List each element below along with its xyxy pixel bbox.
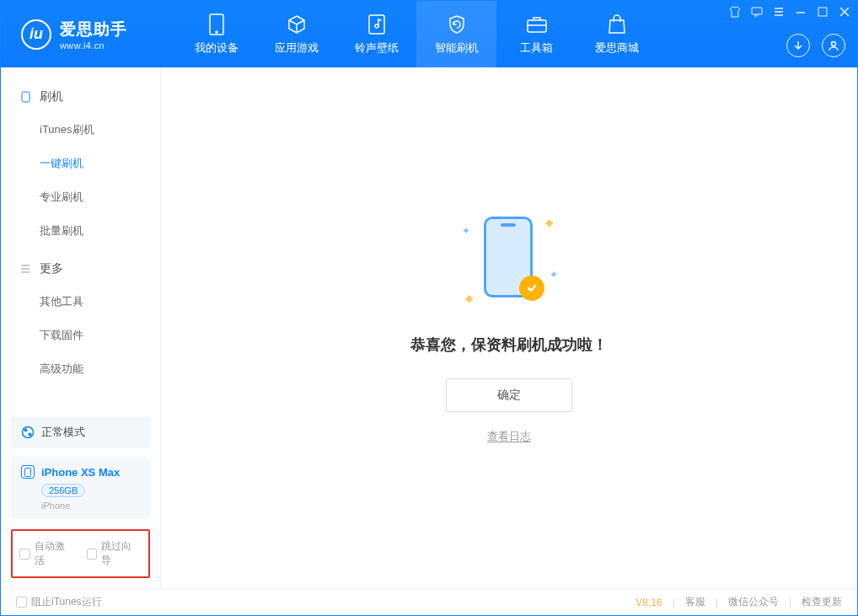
svg-rect-12 (25, 468, 31, 476)
logo-icon: iu (21, 19, 51, 50)
svg-point-3 (375, 24, 378, 28)
success-illustration: ✦◆◆✦ (458, 212, 560, 313)
main: ✦◆◆✦ 恭喜您，保资料刷机成功啦！ 确定 查看日志 (161, 67, 857, 588)
bag-icon (606, 13, 628, 35)
nav-ringtone[interactable]: 铃声壁纸 (336, 1, 416, 67)
sidebar-item-onekey-flash[interactable]: 一键刷机 (1, 147, 160, 180)
window-controls (727, 4, 852, 19)
device-type: iPhone (41, 501, 140, 511)
sidebar-item-other-tools[interactable]: 其他工具 (1, 285, 160, 319)
user-icon[interactable] (822, 34, 845, 57)
nav-label: 爱思商城 (595, 40, 639, 56)
download-icon[interactable] (786, 34, 810, 57)
sidebar-section-flash: 刷机 (1, 81, 160, 113)
svg-rect-6 (818, 8, 827, 16)
nav-device[interactable]: 我的设备 (176, 1, 256, 67)
nav-apps[interactable]: 应用游戏 (256, 1, 336, 67)
device-mode[interactable]: 正常模式 (11, 416, 150, 448)
app-title: 爱思助手 (60, 19, 127, 40)
header-right (786, 34, 845, 57)
support-link[interactable]: 客服 (685, 595, 705, 609)
device-card[interactable]: iPhone XS Max 256GB iPhone (11, 457, 150, 519)
body: 刷机 iTunes刷机 一键刷机 专业刷机 批量刷机 更多 其他工具 下载固件 … (1, 67, 857, 588)
checkmark-icon (519, 276, 544, 301)
svg-point-10 (24, 429, 28, 432)
svg-rect-5 (752, 8, 762, 14)
tshirt-icon[interactable] (727, 4, 743, 19)
view-log-link[interactable]: 查看日志 (487, 429, 531, 444)
toolbox-icon (526, 13, 548, 35)
nav-label: 智能刷机 (435, 40, 479, 56)
feedback-icon[interactable] (749, 4, 764, 19)
sidebar-item-download-fw[interactable]: 下载固件 (1, 319, 160, 352)
block-itunes-checkbox[interactable]: 阻止iTunes运行 (16, 595, 102, 609)
ok-button[interactable]: 确定 (446, 378, 572, 412)
nav-label: 应用游戏 (275, 40, 319, 56)
footer: 阻止iTunes运行 V8.16 | 客服 | 微信公众号 | 检查更新 (1, 588, 857, 615)
app-subtitle: www.i4.cn (60, 40, 127, 51)
sidebar-item-pro-flash[interactable]: 专业刷机 (1, 180, 160, 214)
menu-icon[interactable] (771, 4, 786, 19)
cube-icon (286, 13, 308, 35)
mode-icon (21, 426, 35, 439)
sidebar: 刷机 iTunes刷机 一键刷机 专业刷机 批量刷机 更多 其他工具 下载固件 … (1, 67, 161, 588)
phone-icon (206, 13, 228, 35)
skip-guide-checkbox[interactable]: 跳过向导 (87, 539, 142, 568)
sidebar-item-batch-flash[interactable]: 批量刷机 (1, 214, 160, 248)
svg-point-11 (29, 433, 32, 437)
svg-point-9 (23, 427, 34, 438)
logo: iu 爱思助手 www.i4.cn (1, 19, 176, 51)
check-update-link[interactable]: 检查更新 (802, 595, 842, 609)
svg-rect-8 (22, 92, 29, 102)
auto-activate-checkbox[interactable]: 自动激活 (19, 539, 75, 568)
version-label[interactable]: V8.16 (635, 597, 662, 608)
sidebar-item-itunes-flash[interactable]: iTunes刷机 (1, 113, 160, 147)
music-file-icon (366, 13, 388, 35)
nav-label: 工具箱 (520, 40, 553, 56)
svg-rect-4 (528, 20, 546, 32)
close-icon[interactable] (837, 4, 852, 19)
mode-label: 正常模式 (41, 425, 85, 440)
device-phone-icon (21, 465, 35, 479)
device-name: iPhone XS Max (41, 466, 120, 479)
nav-tools[interactable]: 工具箱 (496, 1, 576, 67)
sidebar-section-more: 更多 (1, 253, 160, 285)
sidebar-item-advanced[interactable]: 高级功能 (1, 352, 160, 386)
phone-small-icon (19, 91, 31, 103)
nav-store[interactable]: 爱思商城 (576, 1, 657, 67)
svg-point-1 (216, 31, 217, 33)
refresh-shield-icon (446, 13, 468, 35)
header: iu 爱思助手 www.i4.cn 我的设备 应用游戏 铃声壁纸 智能刷机 (1, 1, 857, 67)
wechat-link[interactable]: 微信公众号 (728, 595, 779, 609)
device-capacity: 256GB (41, 484, 85, 497)
list-small-icon (19, 263, 31, 275)
nav-flash[interactable]: 智能刷机 (416, 1, 496, 67)
nav-label: 铃声壁纸 (355, 40, 399, 56)
success-message: 恭喜您，保资料刷机成功啦！ (410, 335, 608, 355)
minimize-icon[interactable] (793, 4, 808, 19)
maximize-icon[interactable] (815, 4, 830, 19)
highlighted-options: 自动激活 跳过向导 (11, 529, 150, 578)
app-window: iu 爱思助手 www.i4.cn 我的设备 应用游戏 铃声壁纸 智能刷机 (0, 0, 858, 616)
nav-label: 我的设备 (195, 40, 239, 56)
svg-point-7 (832, 42, 836, 46)
nav: 我的设备 应用游戏 铃声壁纸 智能刷机 工具箱 爱思商城 (176, 1, 657, 67)
